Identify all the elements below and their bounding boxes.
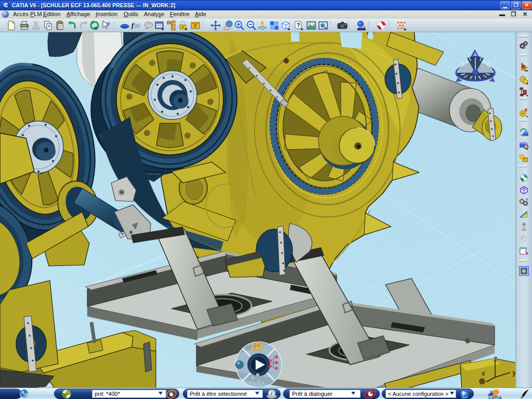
svg-text:i: i (271, 391, 272, 396)
svg-text:?: ? (107, 21, 110, 28)
svg-text:CATIA: CATIA (488, 395, 502, 399)
svg-text:x: x (482, 369, 485, 377)
svg-text:P: P (462, 391, 466, 397)
svg-text:?: ? (297, 22, 300, 28)
svg-text:V6: V6 (23, 393, 28, 396)
svg-text:(x): (x) (134, 23, 140, 29)
svg-text:z: z (494, 354, 497, 363)
